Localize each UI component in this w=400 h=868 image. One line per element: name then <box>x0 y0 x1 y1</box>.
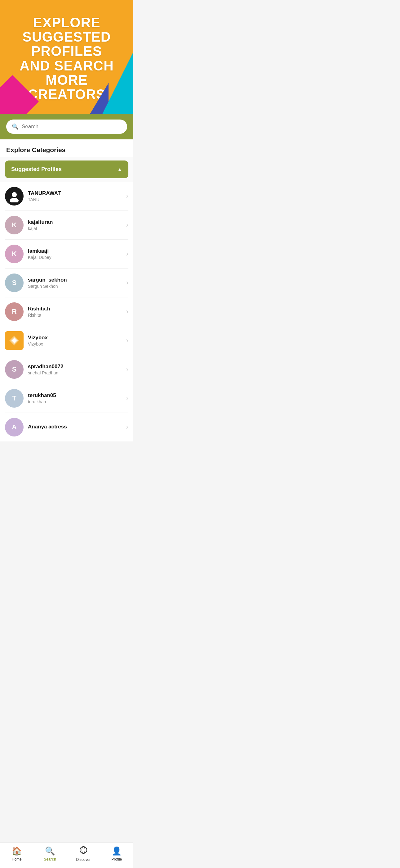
chevron-right-icon: › <box>126 423 128 431</box>
categories-title: Explore Categories <box>6 146 127 154</box>
profile-list-item[interactable]: RRishita.hRishita› <box>5 298 128 326</box>
profile-username: Iamkaaji <box>28 248 122 254</box>
nav-spacer <box>0 441 133 469</box>
profile-username: Rishita.h <box>28 306 122 312</box>
profile-list-item[interactable]: Kkajalturankajal› <box>5 211 128 240</box>
profile-info: Ananya actress <box>28 424 122 431</box>
chevron-right-icon: › <box>126 308 128 316</box>
chevron-right-icon: › <box>126 250 128 258</box>
accordion-label: Suggested Profiles <box>11 166 62 173</box>
avatar: K <box>5 216 24 235</box>
svg-point-0 <box>12 192 17 197</box>
profile-list-item[interactable]: KIamkaajiKajal Dubey› <box>5 240 128 269</box>
avatar: A <box>5 418 24 436</box>
search-bar[interactable]: 🔍 <box>6 120 127 134</box>
chevron-right-icon: › <box>126 394 128 402</box>
profile-info: IamkaajiKajal Dubey <box>28 248 122 260</box>
avatar: S <box>5 274 24 292</box>
profile-username: TANURAWAT <box>28 190 122 196</box>
search-section: 🔍 <box>0 114 133 140</box>
profile-username: Ananya actress <box>28 424 122 430</box>
search-input[interactable] <box>22 124 122 130</box>
chevron-right-icon: › <box>126 221 128 229</box>
avatar <box>5 331 24 350</box>
avatar: T <box>5 389 24 408</box>
profile-info: Rishita.hRishita <box>28 306 122 318</box>
search-icon: 🔍 <box>12 123 19 130</box>
profile-info: TANURAWATTANU <box>28 190 122 202</box>
profile-username: kajalturan <box>28 219 122 225</box>
profile-list: TANURAWATTANU›Kkajalturankajal›KIamkaaji… <box>0 182 133 441</box>
profile-displayname: Kajal Dubey <box>28 255 122 260</box>
avatar: K <box>5 245 24 263</box>
profile-username: spradhan0072 <box>28 364 122 370</box>
avatar: S <box>5 360 24 379</box>
profile-displayname: kajal <box>28 226 122 231</box>
profile-list-item[interactable]: Sspradhan0072snehal Pradhan› <box>5 355 128 384</box>
avatar <box>5 187 24 206</box>
profile-username: sargun_sekhon <box>28 277 122 283</box>
chevron-right-icon: › <box>126 337 128 345</box>
suggested-profiles-accordion[interactable]: Suggested Profiles ▲ <box>5 160 128 178</box>
profile-info: spradhan0072snehal Pradhan <box>28 364 122 375</box>
chevron-right-icon: › <box>126 192 128 200</box>
profile-username: Vizybox <box>28 335 122 341</box>
profile-info: kajalturankajal <box>28 219 122 231</box>
hero-section: EXPLORE SUGGESTED PROFILES AND SEARCH MO… <box>0 0 133 114</box>
profile-list-item[interactable]: Ssargun_sekhonSargun Sekhon› <box>5 269 128 298</box>
svg-point-1 <box>10 198 19 203</box>
chevron-right-icon: › <box>126 365 128 373</box>
main-content: Explore Categories Suggested Profiles ▲ … <box>0 140 133 441</box>
profile-list-item[interactable]: VizyboxVizybox› <box>5 326 128 355</box>
profile-info: sargun_sekhonSargun Sekhon <box>28 277 122 289</box>
profile-displayname: Sargun Sekhon <box>28 284 122 289</box>
profile-displayname: snehal Pradhan <box>28 370 122 375</box>
profile-displayname: Vizybox <box>28 341 122 346</box>
accordion-chevron-icon: ▲ <box>117 167 122 172</box>
profile-username: terukhan05 <box>28 393 122 399</box>
profile-info: terukhan05teru khan <box>28 393 122 404</box>
chevron-right-icon: › <box>126 279 128 287</box>
hero-title: EXPLORE SUGGESTED PROFILES AND SEARCH MO… <box>6 16 127 101</box>
profile-list-item[interactable]: Tterukhan05teru khan› <box>5 384 128 413</box>
profile-displayname: TANU <box>28 197 122 202</box>
avatar: R <box>5 302 24 321</box>
profile-list-item[interactable]: AAnanya actress› <box>5 413 128 441</box>
profile-displayname: teru khan <box>28 399 122 404</box>
profile-displayname: Rishita <box>28 313 122 318</box>
profile-info: VizyboxVizybox <box>28 335 122 346</box>
categories-header: Explore Categories <box>0 140 133 157</box>
profile-list-item[interactable]: TANURAWATTANU› <box>5 182 128 211</box>
